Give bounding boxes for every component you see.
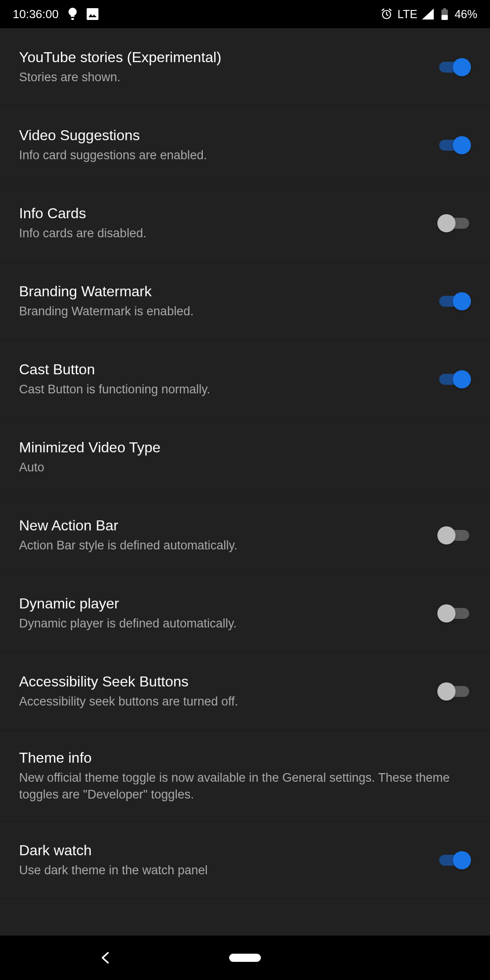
setting-desc: Branding Watermark is enabled. xyxy=(19,303,428,319)
cell-signal-icon xyxy=(422,9,434,20)
setting-title: Dynamic player xyxy=(19,594,428,612)
setting-info-cards[interactable]: Info Cards Info cards are disabled. xyxy=(0,184,490,262)
image-icon xyxy=(87,8,98,20)
setting-desc: Action Bar style is defined automaticall… xyxy=(19,537,428,554)
setting-text: Theme info New official theme toggle is … xyxy=(19,749,471,803)
setting-title: YouTube stories (Experimental) xyxy=(19,48,428,66)
setting-new-action-bar[interactable]: New Action Bar Action Bar style is defin… xyxy=(0,496,490,574)
setting-desc: Accessibility seek buttons are turned of… xyxy=(19,693,428,710)
battery-icon xyxy=(441,8,448,20)
toggle-info-cards[interactable] xyxy=(437,214,471,232)
setting-accessibility-seek-buttons[interactable]: Accessibility Seek Buttons Accessibility… xyxy=(0,652,490,730)
back-icon[interactable] xyxy=(100,951,111,965)
setting-title: Info Cards xyxy=(19,204,428,222)
clock-text: 10:36:00 xyxy=(13,7,59,21)
svg-rect-0 xyxy=(87,8,98,20)
setting-desc: Use dark theme in the watch panel xyxy=(19,862,428,878)
setting-desc: Info cards are disabled. xyxy=(19,225,428,241)
setting-branding-watermark[interactable]: Branding Watermark Branding Watermark is… xyxy=(0,262,490,340)
toggle-video-suggestions[interactable] xyxy=(437,136,471,154)
setting-title: Dark watch xyxy=(19,841,428,859)
status-right: LTE 46% xyxy=(380,8,477,21)
network-type-text: LTE xyxy=(397,8,417,21)
setting-text: Dynamic player Dynamic player is defined… xyxy=(19,594,437,632)
setting-text: Dark watch Use dark theme in the watch p… xyxy=(19,841,437,878)
setting-dynamic-player[interactable]: Dynamic player Dynamic player is defined… xyxy=(0,574,490,652)
setting-title: Branding Watermark xyxy=(19,282,428,300)
settings-list: YouTube stories (Experimental) Stories a… xyxy=(0,28,490,936)
setting-title: New Action Bar xyxy=(19,516,428,534)
setting-youtube-stories[interactable]: YouTube stories (Experimental) Stories a… xyxy=(0,28,490,106)
battery-percent-text: 46% xyxy=(455,8,477,21)
setting-desc: Info card suggestions are enabled. xyxy=(19,147,428,163)
setting-text: Minimized Video Type Auto xyxy=(19,438,471,475)
setting-desc: Auto xyxy=(19,459,462,475)
home-pill[interactable] xyxy=(229,954,261,962)
navigation-bar xyxy=(0,936,490,980)
setting-title: Cast Button xyxy=(19,360,428,378)
lightbulb-icon xyxy=(68,8,78,20)
setting-title: Minimized Video Type xyxy=(19,438,462,456)
toggle-accessibility-seek-buttons[interactable] xyxy=(437,682,471,701)
toggle-cast-button[interactable] xyxy=(437,370,471,388)
alarm-icon xyxy=(380,8,393,20)
setting-theme-info[interactable]: Theme info New official theme toggle is … xyxy=(0,730,490,821)
setting-text: Cast Button Cast Button is functioning n… xyxy=(19,360,437,397)
setting-text: Info Cards Info cards are disabled. xyxy=(19,204,437,241)
svg-rect-4 xyxy=(441,15,448,20)
setting-title: Theme info xyxy=(19,749,462,767)
setting-minimized-video-type[interactable]: Minimized Video Type Auto xyxy=(0,418,490,496)
status-bar: 10:36:00 LTE 46% xyxy=(0,0,490,28)
setting-title: Video Suggestions xyxy=(19,126,428,144)
setting-dark-watch[interactable]: Dark watch Use dark theme in the watch p… xyxy=(0,821,490,899)
svg-rect-2 xyxy=(443,8,446,10)
setting-text: Branding Watermark Branding Watermark is… xyxy=(19,282,437,319)
toggle-new-action-bar[interactable] xyxy=(437,526,471,544)
setting-desc: Dynamic player is defined automatically. xyxy=(19,615,428,632)
setting-title: Accessibility Seek Buttons xyxy=(19,672,428,691)
setting-text: YouTube stories (Experimental) Stories a… xyxy=(19,48,437,85)
status-left: 10:36:00 xyxy=(13,7,98,21)
toggle-branding-watermark[interactable] xyxy=(437,292,471,310)
setting-text: Accessibility Seek Buttons Accessibility… xyxy=(19,672,437,710)
setting-desc: New official theme toggle is now availab… xyxy=(19,769,462,803)
setting-video-suggestions[interactable]: Video Suggestions Info card suggestions … xyxy=(0,106,490,184)
setting-text: Video Suggestions Info card suggestions … xyxy=(19,126,437,163)
setting-desc: Cast Button is functioning normally. xyxy=(19,381,428,397)
toggle-dark-watch[interactable] xyxy=(437,851,471,869)
toggle-youtube-stories[interactable] xyxy=(437,58,471,76)
setting-cast-button[interactable]: Cast Button Cast Button is functioning n… xyxy=(0,340,490,418)
toggle-dynamic-player[interactable] xyxy=(437,604,471,622)
setting-text: New Action Bar Action Bar style is defin… xyxy=(19,516,437,554)
setting-desc: Stories are shown. xyxy=(19,69,428,85)
